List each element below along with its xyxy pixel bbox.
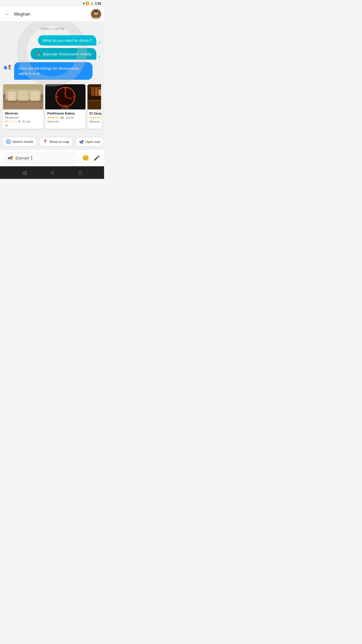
svg-point-8 — [4, 66, 7, 69]
svg-point-4 — [38, 52, 39, 54]
card-stars-2: ★★★★½ — [89, 116, 101, 119]
sent-text-2: @google Restaurants nearby — [43, 52, 92, 56]
received-message-wrapper: Here are the listings for Restaurants wi… — [3, 62, 101, 80]
user-avatar[interactable] — [91, 9, 101, 19]
nav-home-icon: ○ — [51, 170, 54, 176]
avatar-svg — [91, 9, 101, 19]
card-image-2 — [87, 84, 101, 109]
wifi-icon: ▾ — [83, 2, 84, 5]
chat-timestamp: TODAY • 1:32 PM — [3, 27, 101, 31]
search-results-button[interactable]: G Search results — [2, 137, 37, 146]
assistant-btn-icon — [79, 139, 84, 144]
input-prefix: @google — [15, 156, 29, 160]
svg-text:3: 3 — [73, 96, 74, 99]
open-now-button[interactable]: Open now — [75, 137, 104, 146]
svg-point-9 — [8, 65, 11, 67]
restaurant-card-0[interactable]: Mexican Restaurant ★☆☆☆☆ $ · 0.2 mi an — [3, 84, 43, 129]
show-on-map-label: Show on map — [49, 140, 69, 144]
card-stars-0: ★☆☆☆☆ — [5, 120, 18, 123]
nav-back-button[interactable]: ◁ — [22, 170, 26, 176]
card-cuisine-1: American — [47, 120, 83, 123]
svg-point-47 — [81, 140, 83, 142]
nav-home-button[interactable]: ○ — [51, 170, 54, 176]
svg-rect-44 — [87, 101, 101, 109]
sent-text-1: What do you want for dinner? — [42, 38, 92, 43]
svg-rect-19 — [17, 101, 29, 103]
svg-rect-15 — [8, 92, 16, 101]
svg-text:EATERY: EATERY — [61, 107, 69, 109]
checkmark-2: ✓ — [98, 54, 101, 59]
checkmark-1: ✓ — [98, 40, 101, 45]
svg-text:12: 12 — [64, 87, 67, 90]
restaurant-card-1[interactable]: 12 3 6 9 EATERY Parkhouse Eatery ★★★★½ — [45, 84, 85, 129]
card-cuisine-2: Mexican — [89, 120, 101, 123]
back-button[interactable]: ← — [3, 10, 12, 19]
text-cursor — [31, 156, 32, 160]
svg-rect-18 — [3, 101, 16, 103]
card-photo-1: 12 3 6 9 EATERY — [45, 84, 85, 109]
svg-point-48 — [82, 142, 83, 144]
sent-message-2-wrapper: @google Restaurants nearby ✓ — [3, 48, 101, 60]
card-body-2: El Zarape Rest... ★★★★½ $ · 0. Mexican — [87, 109, 101, 125]
nav-recent-button[interactable]: □ — [79, 170, 82, 176]
card-body-0: Mexican Restaurant ★☆☆☆☆ $ · 0.2 mi an — [3, 109, 43, 129]
map-pin-icon: 📍 — [43, 139, 48, 144]
svg-rect-35 — [95, 88, 98, 96]
card-photo-0 — [3, 84, 43, 109]
svg-rect-36 — [98, 89, 101, 96]
svg-rect-16 — [18, 91, 28, 101]
svg-rect-20 — [31, 101, 43, 103]
svg-point-5 — [38, 54, 39, 55]
svg-rect-45 — [87, 100, 101, 101]
signal-icon: 📶 — [85, 2, 89, 5]
restaurant-card-2[interactable]: El Zarape Rest... ★★★★½ $ · 0. Mexican — [87, 84, 101, 129]
received-bubble: Here are the listings for Restaurants wi… — [14, 62, 93, 80]
input-google-icon — [7, 155, 13, 161]
card-image-0 — [3, 84, 43, 109]
nav-recent-icon: □ — [79, 170, 82, 176]
mic-icon: 🎤 — [94, 155, 100, 161]
assistant-icon — [3, 63, 12, 72]
open-now-label: Open now — [85, 140, 100, 144]
chat-title: Meghan — [12, 12, 91, 17]
nav-back-icon: ◁ — [22, 170, 26, 176]
header: ← Meghan — [0, 7, 104, 21]
time-display: 1:32 — [95, 2, 101, 5]
received-text: Here are the listings for Restaurants wi… — [19, 66, 79, 76]
avatar-image — [91, 9, 101, 19]
card-name-1: Parkhouse Eatery — [47, 111, 83, 115]
svg-point-10 — [9, 68, 11, 70]
card-cuisine-0: an — [5, 124, 41, 127]
card-name-2: El Zarape Rest... — [89, 111, 101, 115]
svg-point-6 — [37, 53, 38, 54]
back-icon: ← — [5, 11, 10, 17]
show-on-map-button[interactable]: 📍 Show on map — [39, 137, 73, 146]
card-name-0: Mexican — [5, 111, 41, 115]
input-area: @google 😊 🎤 — [0, 149, 104, 166]
svg-point-51 — [11, 158, 13, 160]
svg-rect-34 — [91, 89, 94, 96]
search-results-label: Search results — [12, 140, 33, 144]
restaurant-cards-container[interactable]: Mexican Restaurant ★☆☆☆☆ $ · 0.2 mi an — [3, 83, 101, 130]
google-logo-icon — [35, 51, 41, 57]
card-price-0: $ · 0.2 mi — [19, 120, 30, 123]
assistant-avatar — [3, 62, 12, 73]
action-buttons-row: G Search results 📍 Show on map Open now — [0, 134, 104, 149]
google-search-icon: G — [6, 139, 11, 144]
sent-message-1-wrapper: What do you want for dinner? ✓ — [3, 35, 101, 46]
emoji-button[interactable]: 😊 — [81, 153, 90, 163]
status-bar: ▾ 📶 🔋 1:32 — [0, 0, 104, 7]
main-content: TODAY • 1:32 PM What do you want for din… — [0, 21, 104, 166]
status-icons: ▾ 📶 🔋 1:32 — [83, 2, 101, 5]
sent-bubble-1: What do you want for dinner? — [38, 35, 96, 46]
chat-area: TODAY • 1:32 PM What do you want for din… — [0, 21, 104, 134]
svg-text:9: 9 — [57, 96, 58, 99]
svg-rect-17 — [31, 91, 39, 101]
card-photo-2 — [87, 84, 101, 109]
microphone-button[interactable]: 🎤 — [92, 153, 101, 163]
sent-bubble-2: @google Restaurants nearby — [31, 48, 96, 60]
message-input[interactable]: @google — [3, 152, 79, 164]
card-price-1: $$ · 0.2 mi — [61, 116, 73, 119]
emoji-icon: 😊 — [82, 155, 89, 161]
battery-icon: 🔋 — [90, 2, 94, 5]
